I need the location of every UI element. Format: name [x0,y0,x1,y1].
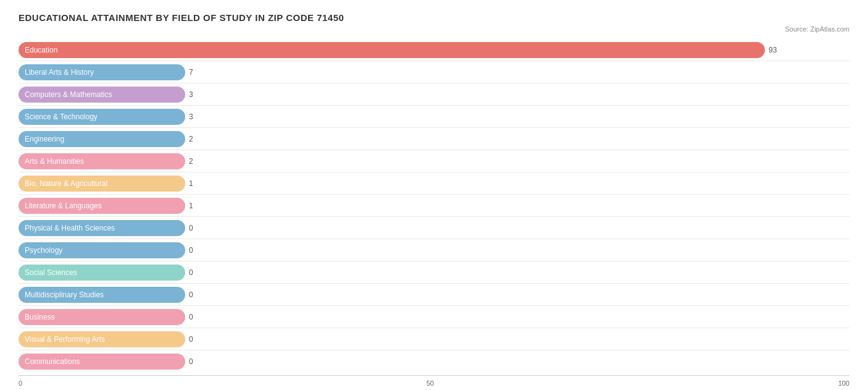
bar-label: Physical & Health Sciences [25,224,115,232]
bar-value: 0 [189,335,193,344]
bar-education: Education [19,42,765,58]
bar-label: Liberal Arts & History [25,68,94,77]
bar-row: Business0 [19,306,849,328]
bar-engineering: Engineering [19,131,185,147]
bar-physical---health-sciences: Physical & Health Sciences [19,220,185,236]
bar-row: Science & Technology3 [19,106,849,128]
bars-section: Education93Liberal Arts & History7Comput… [19,39,849,373]
bar-value: 2 [189,135,193,143]
bar-value: 0 [189,224,193,232]
bar-row: Social Sciences0 [19,261,849,284]
bar-value: 3 [189,112,193,121]
bar-value: 93 [769,46,777,54]
x-axis: 0 50 100 [19,375,849,387]
bar-label: Psychology [25,246,62,255]
x-max: 100 [838,379,849,387]
bar-value: 0 [189,313,193,321]
bar-value: 2 [189,157,193,166]
bar-value: 0 [189,357,193,366]
bar-value: 0 [189,246,193,255]
chart-area: Education93Liberal Arts & History7Comput… [19,39,849,387]
bar-label: Education [25,46,57,54]
bar-value: 3 [189,90,193,99]
bar-row: Physical & Health Sciences0 [19,217,849,239]
x-mid: 50 [427,379,434,387]
bar-row: Literature & Languages1 [19,195,849,217]
bar-label: Arts & Humanities [25,157,84,166]
bar-label: Multidisciplinary Studies [25,290,104,299]
bar-row: Bio, Nature & Agricultural1 [19,172,849,195]
bar-row: Arts & Humanities2 [19,150,849,172]
bar-label: Science & Technology [25,112,98,121]
bar-psychology: Psychology [19,242,185,258]
bar-label: Computers & Mathematics [25,90,112,99]
bar-value: 0 [189,290,193,299]
bar-label: Bio, Nature & Agricultural [25,179,107,188]
bar-literature---languages: Literature & Languages [19,198,185,214]
bar-row: Visual & Performing Arts0 [19,328,849,350]
bar-communications: Communications [19,354,185,370]
x-min: 0 [19,379,22,387]
bar-bio--nature---agricultural: Bio, Nature & Agricultural [19,176,185,192]
bar-business: Business [19,309,185,325]
bar-label: Communications [25,357,80,366]
bar-value: 1 [189,201,193,210]
bar-label: Business [25,313,55,321]
bar-science---technology: Science & Technology [19,109,185,125]
bar-arts---humanities: Arts & Humanities [19,153,185,169]
bar-computers---mathematics: Computers & Mathematics [19,87,185,103]
bar-value: 0 [189,268,193,277]
bar-row: Computers & Mathematics3 [19,83,849,106]
bar-label: Visual & Performing Arts [25,335,105,344]
bar-row: Engineering2 [19,128,849,150]
bar-row: Liberal Arts & History7 [19,61,849,83]
bar-row: Psychology0 [19,239,849,261]
bar-row: Multidisciplinary Studies0 [19,284,849,306]
source-label: Source: ZipAtlas.com [19,25,849,33]
bar-row: Communications0 [19,350,849,373]
bar-label: Engineering [25,135,64,143]
bar-social-sciences: Social Sciences [19,265,185,281]
bar-row: Education93 [19,39,849,61]
bar-value: 1 [189,179,193,188]
bar-value: 7 [189,68,193,77]
bar-label: Literature & Languages [25,201,102,210]
bar-visual---performing-arts: Visual & Performing Arts [19,331,185,347]
chart-title: EDUCATIONAL ATTAINMENT BY FIELD OF STUDY… [19,12,849,23]
bar-label: Social Sciences [25,268,77,277]
bar-multidisciplinary-studies: Multidisciplinary Studies [19,287,185,303]
bar-liberal-arts---history: Liberal Arts & History [19,64,185,80]
